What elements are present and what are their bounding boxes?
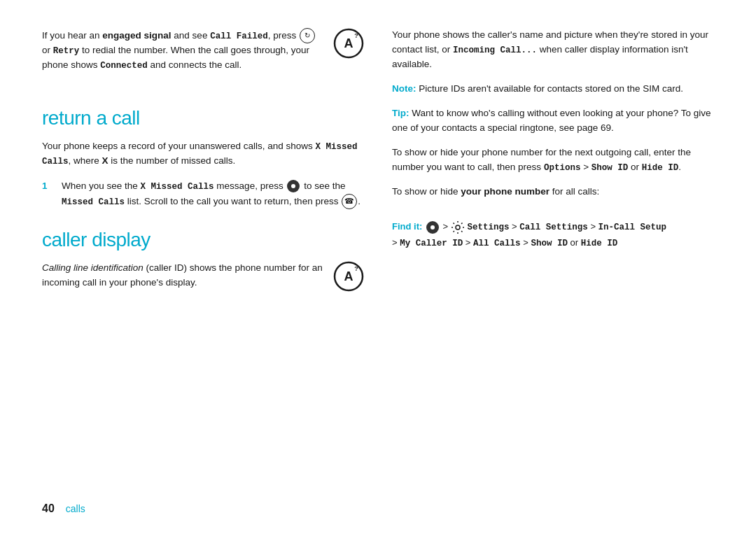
settings-text: Settings: [467, 223, 509, 232]
intro-text: If you hear an engaged signal and see Ca…: [42, 28, 326, 73]
all-calls-text: All Calls: [473, 239, 521, 248]
right-column: Your phone shows the caller's name and p…: [392, 28, 714, 508]
left-column: If you hear an engaged signal and see Ca…: [42, 28, 364, 508]
intro-paragraph: If you hear an engaged signal and see Ca…: [42, 28, 364, 83]
caller-id-icon: A ?: [333, 261, 364, 294]
svg-text:A: A: [344, 36, 354, 50]
retry-icon: ↻: [300, 28, 315, 43]
svg-text:A: A: [344, 269, 354, 283]
note-text: Note: Picture IDs aren't available for c…: [392, 82, 714, 97]
caller-display-block: Calling line identification (caller ID) …: [42, 261, 364, 300]
svg-point-6: [456, 225, 460, 230]
tip-label: Tip:: [392, 108, 410, 118]
find-it-block: Find it: > Settings > Call Settings > In…: [392, 219, 714, 251]
numbered-list: 1 When you see the X Missed Calls messag…: [42, 179, 364, 213]
caller-display-heading: caller display: [42, 229, 364, 251]
all-calls-para: To show or hide your phone number for al…: [392, 185, 714, 199]
incall-setup-text: In-Call Setup: [598, 223, 667, 232]
list-item-1: 1 When you see the X Missed Calls messag…: [42, 179, 364, 209]
menu-nav-icon: [426, 221, 439, 234]
list-item-1-text: When you see the X Missed Calls message,…: [62, 179, 364, 209]
show-hide-para: To show or hide your phone number for th…: [392, 146, 714, 175]
hide-id-text: Hide ID: [581, 239, 618, 248]
svg-text:?: ?: [354, 32, 358, 39]
footer: 40 calls: [42, 502, 85, 515]
section-label: calls: [66, 503, 85, 514]
settings-icon: [451, 221, 464, 234]
nav-center-icon: [287, 180, 300, 192]
find-it-label: Find it:: [392, 221, 422, 232]
call-failed-icon: A ?: [333, 28, 364, 61]
return-body-text: Your phone keeps a record of your unansw…: [42, 139, 364, 169]
return-heading: return a call: [42, 107, 364, 129]
call-settings-text: Call Settings: [519, 223, 588, 232]
caller-display-text: Calling line identification (caller ID) …: [42, 261, 326, 290]
show-id-text: Show ID: [531, 239, 568, 248]
right-para1: Your phone shows the caller's name and p…: [392, 28, 714, 72]
my-caller-id-text: My Caller ID: [400, 239, 463, 248]
note-label: Note:: [392, 83, 416, 94]
tip-text: Tip: Want to know who's calling without …: [392, 106, 714, 136]
svg-text:?: ?: [354, 265, 358, 272]
list-number-1: 1: [42, 179, 50, 209]
page-number: 40: [42, 502, 55, 515]
call-return-icon: ☎: [342, 194, 357, 209]
